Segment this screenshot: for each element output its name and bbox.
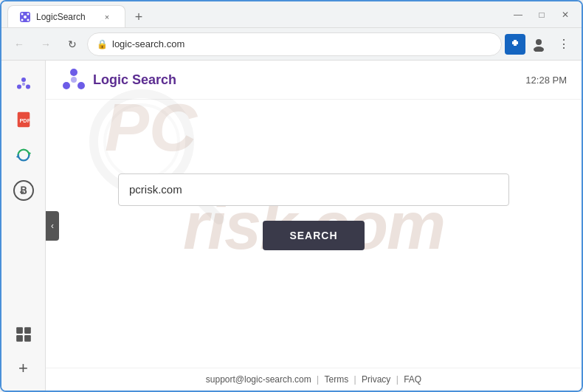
maximize-button[interactable]: □: [531, 4, 552, 25]
footer-sep-2: |: [354, 374, 356, 385]
search-input[interactable]: [118, 173, 509, 206]
header-time: 12:28 PM: [525, 75, 567, 86]
page-footer: support@logic-search.com | Terms | Priva…: [46, 368, 582, 391]
page-content: risk.com PC Logic Search 12:28 PM: [46, 61, 582, 391]
logo-area: Logic Search: [61, 66, 176, 93]
svg-point-7: [21, 78, 26, 82]
footer-faq-link[interactable]: FAQ: [404, 374, 421, 385]
address-bar[interactable]: 🔒 logic-search.com: [87, 32, 502, 56]
svg-rect-16: [24, 327, 31, 334]
main-layout: PDF Ƀ: [1, 61, 582, 391]
sidebar-item-grid[interactable]: [9, 320, 38, 349]
footer-privacy-link[interactable]: Privacy: [362, 374, 390, 385]
browser-window: LogicSearch × + — □ ✕ ← → ↻ 🔒 logic-sear…: [0, 0, 583, 392]
svg-point-2: [27, 13, 30, 15]
sidebar-item-pdf[interactable]: PDF: [9, 105, 38, 134]
add-sidebar-item-button[interactable]: +: [10, 355, 37, 382]
svg-rect-18: [24, 335, 31, 342]
tab-area: LogicSearch × +: [7, 1, 505, 27]
sidebar-item-sync[interactable]: [9, 140, 38, 170]
account-button[interactable]: [527, 32, 551, 56]
footer-terms-link[interactable]: Terms: [325, 374, 349, 385]
nav-actions: ⋮: [505, 32, 576, 56]
svg-point-1: [21, 13, 24, 15]
svg-point-23: [63, 82, 70, 89]
svg-point-9: [26, 84, 30, 89]
tab-title: LogicSearch: [36, 12, 95, 22]
svg-point-8: [17, 84, 21, 89]
svg-point-22: [70, 69, 77, 76]
sidebar-item-bitcoin[interactable]: Ƀ: [9, 176, 38, 205]
svg-point-6: [534, 47, 544, 52]
new-tab-button[interactable]: +: [128, 7, 149, 27]
tab-favicon: [20, 12, 30, 22]
svg-rect-17: [16, 335, 23, 342]
svg-point-3: [21, 18, 24, 21]
footer-sep-3: |: [396, 374, 399, 385]
svg-point-5: [536, 39, 542, 45]
search-input-wrapper: [118, 173, 509, 206]
tab-close-button[interactable]: ×: [101, 11, 113, 23]
title-bar: LogicSearch × + — □ ✕: [1, 1, 582, 28]
footer-support-link[interactable]: support@logic-search.com: [206, 374, 311, 385]
svg-point-24: [77, 82, 85, 89]
svg-point-0: [24, 16, 27, 18]
sidebar-item-logicsearch[interactable]: [9, 69, 38, 99]
svg-text:PDF: PDF: [19, 117, 30, 124]
close-button[interactable]: ✕: [555, 4, 576, 25]
back-button[interactable]: ←: [7, 32, 31, 56]
page-header: Logic Search 12:28 PM: [46, 61, 582, 100]
forward-button[interactable]: →: [34, 32, 58, 56]
url-text: logic-search.com: [112, 38, 492, 49]
logo-text: Logic Search: [93, 72, 176, 88]
menu-button[interactable]: ⋮: [552, 32, 576, 56]
sidebar-collapse-tab[interactable]: ‹: [46, 211, 59, 241]
logo-icon: [61, 66, 87, 93]
sidebar: PDF Ƀ: [1, 61, 46, 391]
lock-icon: 🔒: [97, 39, 108, 49]
extensions-button[interactable]: [505, 34, 525, 55]
svg-rect-15: [16, 327, 23, 334]
minimize-button[interactable]: —: [508, 4, 528, 25]
search-button[interactable]: SEARCH: [263, 221, 364, 250]
navigation-bar: ← → ↻ 🔒 logic-search.com ⋮: [1, 28, 582, 61]
reload-button[interactable]: ↻: [61, 32, 84, 56]
svg-point-25: [71, 77, 77, 83]
search-area: SEARCH: [46, 100, 582, 368]
footer-sep-1: |: [317, 374, 319, 385]
svg-point-10: [21, 83, 24, 86]
active-tab[interactable]: LogicSearch ×: [7, 5, 125, 27]
window-controls: — □ ✕: [508, 4, 576, 25]
svg-point-4: [27, 18, 30, 21]
